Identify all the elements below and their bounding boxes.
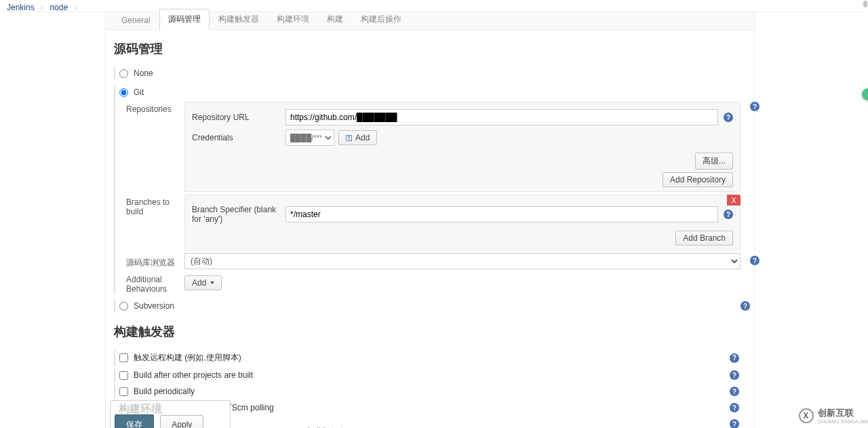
add-credentials-button[interactable]: ⚿ Add <box>338 130 377 145</box>
trigger-remote-label[interactable]: 触发远程构建 (例如,使用脚本) <box>134 352 730 364</box>
breadcrumb-sep-icon: › <box>74 3 77 12</box>
trigger-remote-checkbox[interactable] <box>119 353 128 362</box>
watermark-sub: CHUANG XINHULIAN <box>818 419 868 424</box>
branch-spec-label: Branch Specifier (blank for 'any') <box>192 205 285 224</box>
scm-none-radio[interactable] <box>119 69 128 78</box>
scrollbar[interactable] <box>863 0 868 12</box>
help-icon[interactable]: ? <box>730 370 739 380</box>
help-icon[interactable]: ? <box>730 419 739 428</box>
repo-browser-select[interactable]: (自动) <box>184 253 741 269</box>
branch-box: X Branch Specifier (blank for 'any') ? A… <box>184 195 741 250</box>
behaviours-label: Additional Behaviours <box>118 272 184 294</box>
breadcrumb-root[interactable]: Jenkins <box>7 3 35 12</box>
help-icon[interactable]: ? <box>741 301 750 311</box>
help-icon[interactable]: ? <box>730 353 739 363</box>
repo-advanced-button[interactable]: 高级... <box>695 153 733 170</box>
repo-url-label: Repository URL <box>192 113 285 122</box>
tab-general[interactable]: General <box>113 11 159 30</box>
scm-svn-radio[interactable] <box>119 302 128 311</box>
branch-spec-input[interactable] <box>285 206 718 222</box>
help-icon[interactable]: ? <box>750 256 760 265</box>
scm-git-radio[interactable] <box>119 88 128 97</box>
delete-branch-button[interactable]: X <box>727 195 741 206</box>
section-triggers-title: 构建触发器 <box>114 324 741 340</box>
sticky-save-panel: 构建环境 保存 Apply <box>110 400 231 428</box>
repository-box: Repository URL ? Credentials ████/******… <box>184 102 741 192</box>
scm-svn-label[interactable]: Subversion <box>134 301 174 311</box>
trigger-periodic-label[interactable]: Build periodically <box>134 387 730 396</box>
watermark: X 创新互联 CHUANG XINHULIAN <box>799 407 868 424</box>
repositories-label: Repositories <box>118 102 184 192</box>
add-credentials-label: Add <box>355 133 370 142</box>
tab-scm[interactable]: 源码管理 <box>159 9 210 30</box>
credentials-label: Credentials <box>192 133 285 142</box>
repo-url-input[interactable] <box>285 109 718 125</box>
breadcrumb-item[interactable]: node <box>50 3 68 12</box>
help-icon[interactable]: ? <box>750 102 760 111</box>
tab-build[interactable]: 构建 <box>318 9 352 30</box>
behaviours-add-label: Add <box>192 278 206 288</box>
breadcrumb-sep-icon: › <box>41 3 43 12</box>
help-icon[interactable]: ? <box>730 403 739 412</box>
scm-git-label[interactable]: Git <box>134 87 144 97</box>
help-icon[interactable]: ? <box>724 210 733 219</box>
trigger-after-other-label[interactable]: Build after other projects are built <box>134 370 730 380</box>
feedback-bubble-icon[interactable] <box>862 88 868 100</box>
key-icon: ⚿ <box>346 134 353 142</box>
add-repository-button[interactable]: Add Repository <box>663 172 733 187</box>
config-tabs: General 源码管理 构建触发器 构建环境 构建 构建后操作 <box>106 12 754 30</box>
branches-label: Branches to build <box>118 195 184 250</box>
help-icon[interactable]: ? <box>724 113 733 122</box>
add-branch-button[interactable]: Add Branch <box>675 231 733 246</box>
scm-none-label[interactable]: None <box>134 69 153 78</box>
tab-env[interactable]: 构建环境 <box>268 9 318 30</box>
behaviours-add-button[interactable]: Add <box>184 275 222 290</box>
trigger-after-other-checkbox[interactable] <box>119 371 128 380</box>
save-button[interactable]: 保存 <box>115 414 154 428</box>
tab-post[interactable]: 构建后操作 <box>352 9 410 30</box>
watermark-brand: 创新互联 <box>818 407 868 419</box>
tab-triggers[interactable]: 构建触发器 <box>210 9 268 30</box>
trigger-periodic-checkbox[interactable] <box>119 387 128 396</box>
watermark-logo-icon: X <box>799 408 814 423</box>
help-icon[interactable]: ? <box>730 387 739 396</box>
caret-down-icon <box>210 281 214 284</box>
section-scm-title: 源码管理 <box>114 41 741 57</box>
apply-button[interactable]: Apply <box>160 415 203 428</box>
credentials-select[interactable]: ████/****** <box>285 130 334 146</box>
repo-browser-label: 源码库浏览器 <box>118 254 184 269</box>
